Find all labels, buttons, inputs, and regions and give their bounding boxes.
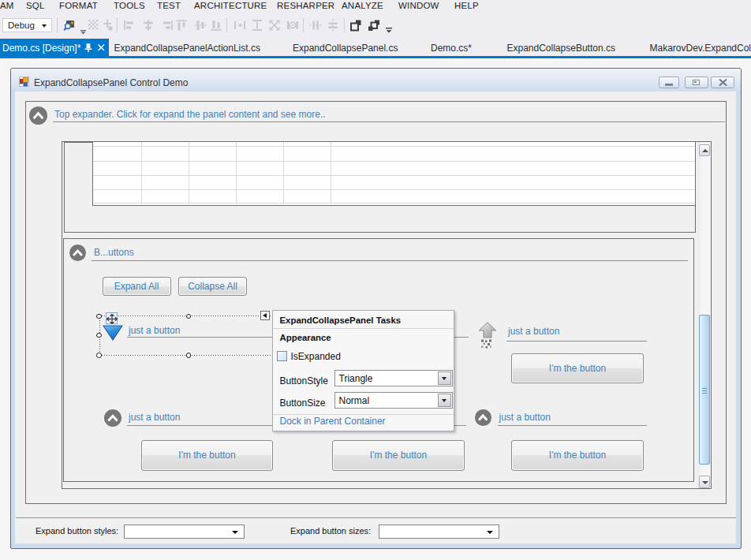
separator — [273, 328, 454, 329]
expander-header-line — [53, 121, 725, 122]
dropdown-button[interactable] — [438, 371, 451, 385]
buttonsize-combobox[interactable]: Normal — [334, 392, 453, 409]
maximize-button[interactable] — [685, 77, 708, 88]
menu-item-resharper[interactable]: RESHARPER — [277, 1, 334, 10]
horizontal-spacing-icon[interactable] — [309, 19, 322, 32]
selection-handle[interactable] — [96, 333, 102, 338]
chevron-up-icon — [29, 106, 47, 125]
expander-toggle-button[interactable] — [475, 409, 491, 426]
smart-tag-panel: ExpandCollapsePanel Tasks Appearance IsE… — [272, 310, 454, 431]
expand-all-button[interactable]: Expand All — [103, 277, 171, 297]
selection-handle[interactable] — [186, 353, 192, 358]
triangle-down-icon — [442, 377, 446, 380]
panel-label[interactable]: just a button — [129, 325, 180, 336]
dropdown-button[interactable] — [438, 394, 451, 407]
grid-dots-icon[interactable] — [88, 19, 100, 32]
tab-expandcollapsepanelactionlist[interactable]: ExpandCollapsePanelActionList.cs — [114, 43, 260, 54]
vertical-spacing-icon[interactable] — [327, 19, 339, 32]
grid-line — [93, 175, 695, 176]
selection-handle[interactable] — [96, 314, 102, 319]
minimize-icon — [665, 84, 673, 86]
collapse-all-button[interactable]: Collapse All — [178, 277, 247, 297]
close-button[interactable] — [711, 77, 735, 88]
thumb-gripper — [702, 390, 707, 391]
expand-button-sizes-combobox[interactable] — [379, 525, 499, 539]
expander-arrow-button[interactable] — [478, 322, 497, 350]
move-handle-icon[interactable] — [106, 312, 118, 324]
same-width-icon[interactable] — [234, 19, 246, 32]
menu-item-architecture[interactable]: ARCHITECTURE — [194, 1, 267, 10]
expander-toggle-button[interactable] — [69, 245, 86, 261]
scroll-up-button[interactable] — [699, 144, 711, 156]
vertical-scrollbar[interactable] — [698, 142, 712, 488]
isexpanded-label[interactable]: IsExpanded — [291, 351, 341, 362]
bottom-panel-border — [16, 517, 736, 518]
im-the-button[interactable]: I'm the button — [511, 440, 644, 471]
expander-triangle-button[interactable] — [103, 325, 123, 341]
data-grid[interactable] — [92, 142, 695, 206]
send-to-back-icon[interactable] — [368, 19, 380, 32]
menu-item-window[interactable]: WINDOW — [398, 1, 439, 10]
menu-item-help[interactable]: HELP — [454, 1, 479, 10]
same-size-icon[interactable] — [268, 19, 281, 32]
expander-toggle-button[interactable] — [104, 409, 121, 427]
triangle-down-icon — [487, 531, 493, 534]
im-the-button[interactable]: I'm the button — [511, 353, 644, 384]
winforms-app-icon — [19, 77, 29, 87]
find-selector-icon[interactable] — [63, 19, 76, 32]
tab-makarovdev[interactable]: MakarovDev.ExpandColl — [650, 43, 751, 54]
expander-toggle-button[interactable] — [29, 106, 47, 125]
menu-item-test[interactable]: TEST — [157, 1, 181, 10]
im-the-button[interactable]: I'm the button — [141, 440, 273, 471]
panel-label[interactable]: just a button — [129, 412, 180, 423]
smart-tag-button[interactable] — [260, 311, 270, 320]
pin-icon[interactable] — [84, 43, 93, 53]
chevron-up-icon — [69, 245, 86, 261]
tab-demo-cs[interactable]: Demo.cs* — [431, 43, 472, 54]
buttonstyle-combobox[interactable]: Triangle — [334, 370, 453, 386]
same-height-icon[interactable] — [251, 19, 263, 32]
menu-item-analyze[interactable]: ANALYZE — [342, 1, 383, 10]
toolbar-overflow-icon[interactable] — [384, 24, 397, 36]
top-expander-label[interactable]: Top expander. Click for expand the panel… — [54, 109, 326, 120]
align-rights-icon[interactable] — [161, 19, 174, 32]
menu-item-format[interactable]: FORMAT — [59, 1, 98, 10]
align-middles-icon[interactable] — [194, 19, 207, 32]
bring-to-front-icon[interactable] — [349, 19, 362, 32]
expander-header-line — [506, 341, 647, 342]
expander-header-line — [92, 260, 688, 261]
align-centers-icon[interactable] — [142, 19, 155, 32]
align-bottoms-icon[interactable] — [210, 19, 222, 32]
expand-button-styles-combobox[interactable] — [124, 525, 245, 539]
isexpanded-checkbox[interactable] — [277, 351, 287, 361]
grid-line — [93, 161, 695, 162]
triangle-up-icon — [702, 149, 708, 152]
scrollbar-thumb[interactable] — [699, 315, 710, 465]
menu-item-tools[interactable]: TOOLS — [114, 1, 145, 10]
align-lefts-icon[interactable] — [123, 19, 136, 32]
dock-in-parent-link[interactable]: Dock in Parent Container — [280, 416, 386, 427]
move-cross-icon[interactable] — [101, 19, 114, 32]
grid-line — [93, 203, 695, 203]
panel-label[interactable]: just a button — [508, 326, 559, 337]
size-to-grid-icon[interactable] — [286, 19, 299, 32]
buttonsize-value: Normal — [339, 395, 370, 406]
close-icon[interactable] — [97, 43, 106, 52]
scroll-down-button[interactable] — [699, 476, 711, 488]
tab-expandcollapsepanel[interactable]: ExpandCollapsePanel.cs — [293, 43, 398, 54]
grid-line — [141, 142, 142, 204]
smart-tag-section-label: Appearance — [280, 333, 331, 342]
im-the-button[interactable]: I'm the button — [332, 440, 465, 471]
buttons-group-label[interactable]: B...uttons — [94, 247, 134, 258]
selection-handle[interactable] — [96, 353, 102, 358]
debug-configuration-combobox[interactable]: Debug — [2, 18, 52, 32]
panel-label[interactable]: just a button — [499, 412, 551, 423]
expand-button-styles-label: Expand button styles: — [35, 526, 118, 536]
buttonsize-label: ButtonSize — [280, 398, 326, 409]
minimize-button[interactable] — [659, 77, 679, 88]
align-tops-icon[interactable] — [175, 19, 188, 32]
tab-expandcollapsebutton[interactable]: ExpandCollapseButton.cs — [507, 43, 615, 54]
tab-demo-design[interactable]: Demo.cs [Design]* — [0, 39, 109, 57]
menu-item-team[interactable]: AM — [0, 1, 14, 10]
menu-item-sql[interactable]: SQL — [26, 1, 45, 10]
